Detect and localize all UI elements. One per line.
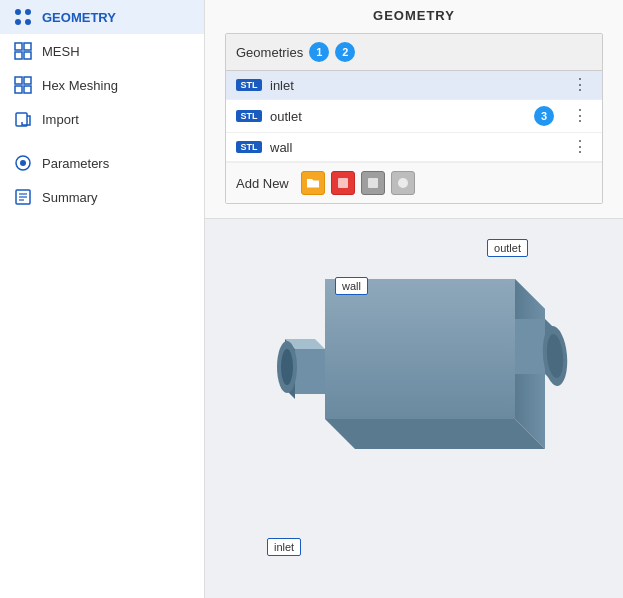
sidebar-item-import[interactable]: Import	[0, 102, 204, 136]
sidebar-item-summary-label: Summary	[42, 190, 98, 205]
panel-title: GEOMETRY	[225, 0, 603, 33]
svg-rect-20	[368, 178, 378, 188]
svg-point-0	[15, 9, 21, 15]
mesh-icon	[14, 42, 32, 60]
svg-rect-11	[24, 86, 31, 93]
more-btn-outlet[interactable]: ⋮	[568, 108, 592, 124]
stl-badge-outlet: STL	[236, 110, 262, 122]
import-icon	[14, 110, 32, 128]
parameters-icon	[14, 154, 32, 172]
svg-rect-7	[24, 52, 31, 59]
svg-rect-10	[15, 86, 22, 93]
sidebar-item-mesh[interactable]: MESH	[0, 34, 204, 68]
sidebar-item-parameters-label: Parameters	[42, 156, 109, 171]
svg-rect-6	[15, 52, 22, 59]
svg-rect-8	[15, 77, 22, 84]
view-label-inlet: inlet	[267, 538, 301, 556]
stl-badge-wall: STL	[236, 141, 262, 153]
geometry-name-inlet: inlet	[270, 78, 560, 93]
badge-3: 3	[534, 106, 554, 126]
geometries-box: Geometries 1 2 STL inlet ⋮ STL outlet 3 …	[225, 33, 603, 204]
geometry-row-outlet[interactable]: STL outlet 3 ⋮	[226, 100, 602, 133]
summary-icon	[14, 188, 32, 206]
geometry-row-inlet[interactable]: STL inlet ⋮	[226, 71, 602, 100]
geometries-header-label: Geometries	[236, 45, 303, 60]
svg-marker-28	[515, 319, 545, 374]
geometry-panel: GEOMETRY Geometries 1 2 STL inlet ⋮ STL …	[205, 0, 623, 219]
svg-marker-24	[325, 279, 515, 419]
stl-badge-inlet: STL	[236, 79, 262, 91]
badge-2: 2	[335, 42, 355, 62]
geometry-row-wall[interactable]: STL wall ⋮	[226, 133, 602, 162]
add-gray-btn[interactable]	[361, 171, 385, 195]
view-label-outlet: outlet	[487, 239, 528, 257]
sidebar-item-summary[interactable]: Summary	[0, 180, 204, 214]
geometry-name-outlet: outlet	[270, 109, 526, 124]
more-btn-inlet[interactable]: ⋮	[568, 77, 592, 93]
add-silver-btn[interactable]	[391, 171, 415, 195]
geometry-icon	[14, 8, 32, 26]
sidebar: GEOMETRY MESH Hex Meshing	[0, 0, 205, 598]
geometry-name-wall: wall	[270, 140, 560, 155]
svg-rect-5	[24, 43, 31, 50]
sidebar-item-geometry-label: GEOMETRY	[42, 10, 116, 25]
svg-point-2	[15, 19, 21, 25]
sidebar-item-hex-meshing[interactable]: Hex Meshing	[0, 68, 204, 102]
svg-point-21	[398, 178, 408, 188]
sidebar-item-parameters[interactable]: Parameters	[0, 146, 204, 180]
sidebar-item-import-label: Import	[42, 112, 79, 127]
view-label-wall: wall	[335, 277, 368, 295]
svg-point-3	[25, 19, 31, 25]
svg-point-14	[20, 160, 26, 166]
hex-meshing-icon	[14, 76, 32, 94]
svg-marker-33	[295, 349, 325, 394]
svg-marker-25	[325, 419, 545, 449]
more-btn-wall[interactable]: ⋮	[568, 139, 592, 155]
main-content: GEOMETRY Geometries 1 2 STL inlet ⋮ STL …	[205, 0, 623, 598]
svg-rect-19	[338, 178, 348, 188]
geometries-header: Geometries 1 2	[226, 34, 602, 71]
view-area: outlet wall inlet	[205, 219, 623, 598]
add-new-row: Add New	[226, 162, 602, 203]
badge-1: 1	[309, 42, 329, 62]
svg-rect-9	[24, 77, 31, 84]
add-new-label: Add New	[236, 176, 289, 191]
sidebar-item-geometry[interactable]: GEOMETRY	[0, 0, 204, 34]
sidebar-item-hex-meshing-label: Hex Meshing	[42, 78, 118, 93]
svg-point-35	[281, 349, 293, 385]
add-folder-btn[interactable]	[301, 171, 325, 195]
add-red-btn[interactable]	[331, 171, 355, 195]
sidebar-item-mesh-label: MESH	[42, 44, 80, 59]
svg-point-1	[25, 9, 31, 15]
svg-rect-4	[15, 43, 22, 50]
